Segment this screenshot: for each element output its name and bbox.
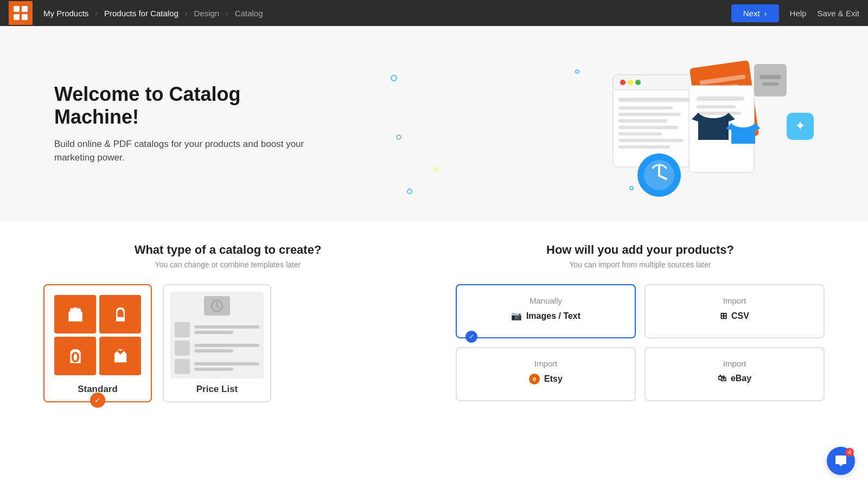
catalog-card-pricelist-img — [170, 292, 264, 378]
navbar: My Products › Products for Catalog › Des… — [0, 0, 868, 26]
source-csv-detail: ⊞ CSV — [720, 311, 749, 321]
svg-rect-30 — [754, 64, 787, 97]
products-source-subtitle: You can import from multiple sources lat… — [456, 260, 825, 269]
save-exit-button[interactable]: Save & Exit — [817, 9, 859, 18]
svg-text:✦: ✦ — [795, 118, 806, 133]
catalog-type-section: What type of a catalog to create? You ca… — [43, 243, 412, 402]
svg-rect-3 — [22, 14, 28, 20]
catalog-type-title: What type of a catalog to create? — [43, 243, 412, 257]
svg-rect-15 — [618, 139, 684, 142]
hero-subtitle: Build online & PDF catalogs for your pro… — [54, 137, 326, 165]
next-button[interactable]: Next › — [731, 4, 779, 22]
deco-dot-4 — [407, 189, 412, 194]
source-card-csv[interactable]: Import ⊞ CSV — [644, 284, 825, 338]
pl-row-3 — [175, 359, 259, 374]
hero-text: Welcome to Catalog Machine! Build online… — [54, 83, 326, 165]
pl-line-3a — [194, 362, 259, 365]
logo-icon — [12, 5, 29, 21]
hero-section: Welcome to Catalog Machine! Build online… — [0, 26, 868, 221]
svg-rect-24 — [697, 112, 741, 115]
svg-rect-32 — [762, 82, 778, 86]
catalog-card-standard[interactable]: Standard ✓ — [43, 284, 152, 402]
svg-rect-14 — [618, 132, 662, 136]
svg-rect-31 — [760, 75, 781, 79]
source-etsy-title: Import — [534, 359, 558, 368]
pl-line-1b — [194, 331, 233, 334]
pl-icon-3 — [175, 359, 190, 374]
pl-icon-1 — [175, 322, 190, 337]
svg-rect-11 — [618, 113, 681, 116]
etsy-icon: e — [529, 374, 540, 384]
std-cell-2 — [99, 295, 141, 333]
camera-icon: 📷 — [511, 311, 522, 321]
pl-line-2b — [194, 349, 233, 352]
svg-rect-22 — [697, 97, 744, 101]
source-csv-title: Import — [723, 296, 746, 305]
std-cell-3 — [54, 337, 96, 375]
help-button[interactable]: Help — [790, 9, 807, 18]
step-my-products[interactable]: My Products — [41, 9, 91, 18]
catalog-type-subtitle: You can change or combine templates late… — [43, 260, 412, 269]
deco-dot-2 — [396, 134, 401, 140]
breadcrumb-steps: My Products › Products for Catalog › Des… — [41, 9, 731, 18]
svg-rect-23 — [697, 105, 736, 108]
source-manually-detail: 📷 Images / Text — [511, 311, 580, 321]
source-ebay-title: Import — [723, 359, 746, 368]
step-products-for-catalog[interactable]: Products for Catalog — [102, 9, 181, 18]
pl-row-2 — [175, 341, 259, 356]
next-arrow-icon: › — [764, 9, 767, 18]
catalog-card-standard-img — [51, 292, 144, 378]
pl-line-3b — [194, 368, 233, 371]
step-design[interactable]: Design — [192, 9, 221, 18]
step-arrow-1: › — [95, 9, 98, 17]
source-card-etsy[interactable]: Import e Etsy — [456, 347, 636, 401]
svg-rect-13 — [618, 126, 678, 129]
deco-dot-1 — [391, 75, 397, 81]
svg-rect-9 — [618, 98, 689, 102]
source-card-manually[interactable]: Manually 📷 Images / Text ✓ — [456, 284, 636, 338]
table-icon: ⊞ — [720, 311, 727, 321]
pl-icon-2 — [175, 341, 190, 356]
std-cell-4 — [99, 337, 141, 375]
nav-right: Next › Help Save & Exit — [731, 4, 859, 22]
source-etsy-detail: e Etsy — [529, 374, 563, 384]
svg-rect-2 — [14, 14, 20, 20]
pl-hero-img — [204, 296, 230, 316]
catalog-card-pricelist[interactable]: Price List — [163, 284, 271, 402]
source-ebay-detail: 🛍 eBay — [718, 374, 751, 383]
std-cell-1 — [54, 295, 96, 333]
pl-line-1a — [194, 325, 259, 329]
hero-illustration: ✦ — [564, 48, 835, 200]
source-manually-title: Manually — [529, 296, 562, 305]
pl-line-2a — [194, 344, 259, 347]
bag-icon: 🛍 — [718, 374, 726, 383]
catalog-card-pricelist-label: Price List — [170, 384, 264, 395]
source-manually-check: ✓ — [465, 331, 477, 343]
svg-point-7 — [628, 80, 633, 85]
step-arrow-3: › — [226, 9, 228, 17]
step-catalog[interactable]: Catalog — [233, 9, 265, 18]
product-source-grid: Manually 📷 Images / Text ✓ Import ⊞ CSV … — [456, 284, 825, 401]
source-card-ebay[interactable]: Import 🛍 eBay — [644, 347, 825, 401]
main-content: What type of a catalog to create? You ca… — [0, 221, 868, 435]
svg-rect-12 — [618, 119, 667, 123]
catalog-standard-check: ✓ — [90, 393, 105, 408]
catalog-type-cards: Standard ✓ — [43, 284, 412, 402]
pl-row-1 — [175, 322, 259, 337]
products-source-section: How will you add your products? You can … — [456, 243, 825, 402]
svg-rect-1 — [22, 6, 28, 12]
pl-lines-1 — [194, 325, 259, 334]
svg-rect-0 — [14, 6, 20, 12]
pl-lines-3 — [194, 362, 259, 371]
app-logo — [9, 1, 33, 25]
svg-rect-16 — [618, 145, 670, 149]
svg-point-8 — [635, 80, 641, 85]
deco-dot-3 — [434, 167, 438, 171]
products-source-title: How will you add your products? — [456, 243, 825, 257]
hero-title: Welcome to Catalog Machine! — [54, 83, 326, 129]
pl-lines-2 — [194, 344, 259, 352]
svg-point-6 — [620, 80, 626, 85]
step-arrow-2: › — [185, 9, 188, 17]
svg-rect-10 — [618, 106, 673, 110]
